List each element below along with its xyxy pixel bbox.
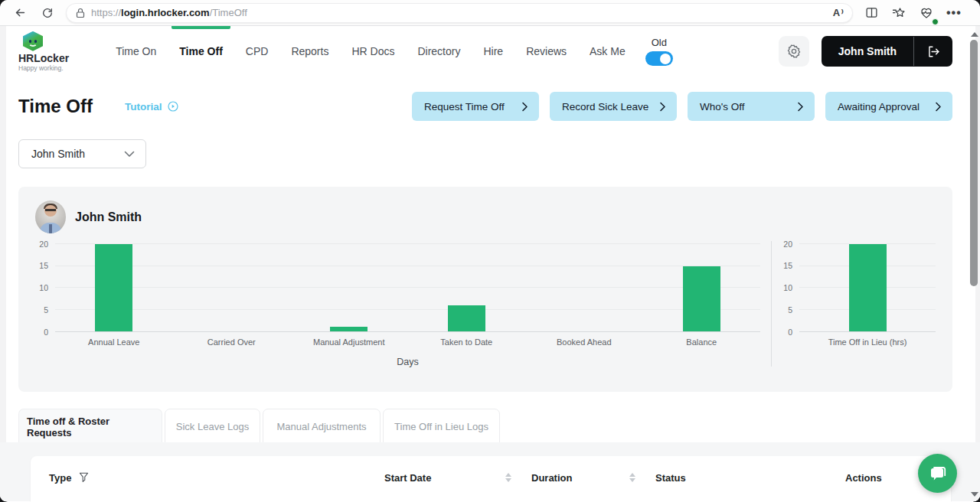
old-toggle-label: Old bbox=[652, 37, 667, 48]
browser-essentials-icon[interactable] bbox=[916, 2, 937, 24]
page-head: Time Off Tutorial Request Time Off Recor… bbox=[6, 77, 975, 121]
x-category-label: Carried Over bbox=[173, 337, 291, 347]
page-title: Time Off bbox=[18, 96, 93, 117]
chart-bar-manual-adjustment bbox=[330, 327, 368, 331]
tab-sick-leave-logs[interactable]: Sick Leave Logs bbox=[165, 409, 260, 445]
awaiting-approval-button[interactable]: Awaiting Approval bbox=[825, 92, 952, 121]
y-tick-label: 0 bbox=[44, 328, 48, 337]
quick-actions: Request Time Off Record Sick Leave Who's… bbox=[412, 92, 952, 121]
y-tick-label: 20 bbox=[783, 240, 792, 249]
nav-item-time-off[interactable]: Time Off bbox=[168, 26, 234, 77]
person-select-value: John Smith bbox=[31, 148, 85, 160]
logo-tagline: Happy working. bbox=[18, 65, 69, 72]
chart-plot-area bbox=[55, 244, 760, 332]
chat-widget-button[interactable] bbox=[918, 454, 957, 493]
lock-icon[interactable] bbox=[76, 8, 85, 18]
column-actions-label: Actions bbox=[845, 472, 882, 484]
tutorial-label: Tutorial bbox=[125, 101, 162, 112]
person-select-dropdown[interactable]: John Smith bbox=[18, 139, 146, 168]
back-icon[interactable] bbox=[9, 2, 31, 24]
y-tick-label: 5 bbox=[44, 306, 48, 315]
main-nav: Time On Time Off CPD Reports HR Docs Dir… bbox=[104, 26, 637, 77]
tab-manual-adjustments[interactable]: Manual Adjustments bbox=[263, 409, 381, 445]
chart-xaxis-label: Days bbox=[55, 357, 760, 367]
tab-time-off-roster-requests[interactable]: Time off & Roster Requests bbox=[18, 409, 162, 445]
y-tick-label: 5 bbox=[788, 306, 792, 315]
filter-icon[interactable] bbox=[79, 472, 89, 483]
page-scrollbar[interactable] bbox=[969, 28, 979, 500]
scrollbar-down-arrow[interactable] bbox=[971, 492, 978, 497]
nav-item-reviews[interactable]: Reviews bbox=[514, 26, 578, 77]
user-button-group: John Smith bbox=[822, 36, 952, 67]
nav-item-ask-me[interactable]: Ask Me bbox=[578, 26, 637, 77]
chart-bar-balance bbox=[683, 266, 720, 332]
record-sick-leave-button[interactable]: Record Sick Leave bbox=[550, 92, 677, 121]
chart-bar-time-off-in-lieu-hrs- bbox=[849, 244, 887, 331]
address-bar[interactable]: https://login.hrlocker.com/TimeOff A⁾ bbox=[66, 3, 853, 23]
action-label: Request Time Off bbox=[424, 101, 505, 112]
read-aloud-icon[interactable]: A⁾ bbox=[833, 7, 844, 18]
y-tick-label: 15 bbox=[783, 262, 792, 271]
y-tick-label: 0 bbox=[788, 328, 792, 337]
user-menu-button[interactable]: John Smith bbox=[822, 36, 913, 67]
request-time-off-button[interactable]: Request Time Off bbox=[412, 92, 539, 121]
toolbar-right: ••• bbox=[861, 2, 965, 24]
browser-window: https://login.hrlocker.com/TimeOff A⁾ ••… bbox=[0, 0, 980, 502]
column-type-label: Type bbox=[49, 472, 71, 484]
y-tick-label: 10 bbox=[783, 284, 792, 292]
play-icon bbox=[167, 100, 179, 112]
summary-person-name: John Smith bbox=[75, 210, 142, 224]
action-label: Awaiting Approval bbox=[838, 101, 920, 112]
settings-button[interactable] bbox=[779, 36, 809, 67]
url-text: https://login.hrlocker.com/TimeOff bbox=[91, 7, 247, 18]
logout-button[interactable] bbox=[914, 36, 952, 67]
refresh-icon[interactable] bbox=[37, 2, 58, 24]
chart-y-axis: 05101520 bbox=[779, 244, 799, 332]
whos-off-button[interactable]: Who's Off bbox=[688, 92, 815, 121]
scrollbar-thumb[interactable] bbox=[970, 40, 978, 286]
charts-row: 05101520Annual LeaveCarried OverManual A… bbox=[35, 244, 936, 367]
time-off-in-lieu-chart: 05101520Time Off in Lieu (hrs) bbox=[779, 244, 936, 367]
x-category-label: Balance bbox=[643, 337, 761, 347]
chevron-right-icon bbox=[521, 102, 528, 112]
requests-table-section: Type Start Date Duration Status bbox=[0, 442, 980, 501]
leave-summary-card: John Smith 05101520Annual LeaveCarried O… bbox=[18, 187, 952, 392]
y-tick-label: 20 bbox=[39, 240, 48, 249]
nav-item-reports[interactable]: Reports bbox=[279, 26, 340, 77]
column-start-date: Start Date bbox=[384, 472, 531, 484]
hrlocker-logo[interactable]: HRLocker Happy working. bbox=[18, 31, 69, 72]
chat-bubble-icon bbox=[928, 464, 948, 484]
app-header: HRLocker Happy working. Time On Time Off… bbox=[6, 26, 975, 77]
sort-icon[interactable] bbox=[629, 473, 635, 482]
column-status: Status bbox=[655, 472, 845, 484]
hrlocker-logo-icon bbox=[23, 31, 43, 51]
x-category-label: Time Off in Lieu (hrs) bbox=[799, 337, 936, 347]
toggle-knob bbox=[660, 54, 671, 64]
nav-item-hire[interactable]: Hire bbox=[472, 26, 514, 77]
tab-time-off-in-lieu-logs[interactable]: Time Off in Lieu Logs bbox=[383, 409, 500, 445]
logo-title: HRLocker bbox=[18, 53, 69, 64]
nav-item-directory[interactable]: Directory bbox=[406, 26, 472, 77]
old-toggle[interactable] bbox=[645, 51, 673, 66]
nav-item-cpd[interactable]: CPD bbox=[234, 26, 280, 77]
old-toggle-block: Old bbox=[642, 37, 676, 66]
chart-y-axis: 05101520 bbox=[35, 244, 55, 332]
chevron-right-icon bbox=[935, 102, 942, 112]
sort-icon[interactable] bbox=[505, 473, 511, 482]
tutorial-link[interactable]: Tutorial bbox=[125, 100, 180, 112]
browser-menu-icon[interactable]: ••• bbox=[943, 6, 965, 20]
x-category-label: Annual Leave bbox=[55, 337, 173, 347]
scrollbar-up-arrow[interactable] bbox=[971, 32, 978, 37]
table-header-row: Type Start Date Duration Status bbox=[31, 456, 951, 499]
favorites-icon[interactable] bbox=[888, 2, 910, 24]
column-type: Type bbox=[49, 472, 384, 484]
nav-item-hr-docs[interactable]: HR Docs bbox=[340, 26, 406, 77]
column-status-label: Status bbox=[655, 472, 686, 484]
chart-bar-taken-to-date bbox=[448, 305, 485, 331]
days-bar-chart: 05101520Annual LeaveCarried OverManual A… bbox=[35, 244, 760, 367]
essentials-status-badge bbox=[932, 18, 939, 25]
nav-item-time-on[interactable]: Time On bbox=[104, 26, 168, 77]
column-duration-label: Duration bbox=[531, 472, 572, 484]
split-screen-icon[interactable] bbox=[861, 2, 882, 24]
page-content: HRLocker Happy working. Time On Time Off… bbox=[0, 26, 980, 501]
